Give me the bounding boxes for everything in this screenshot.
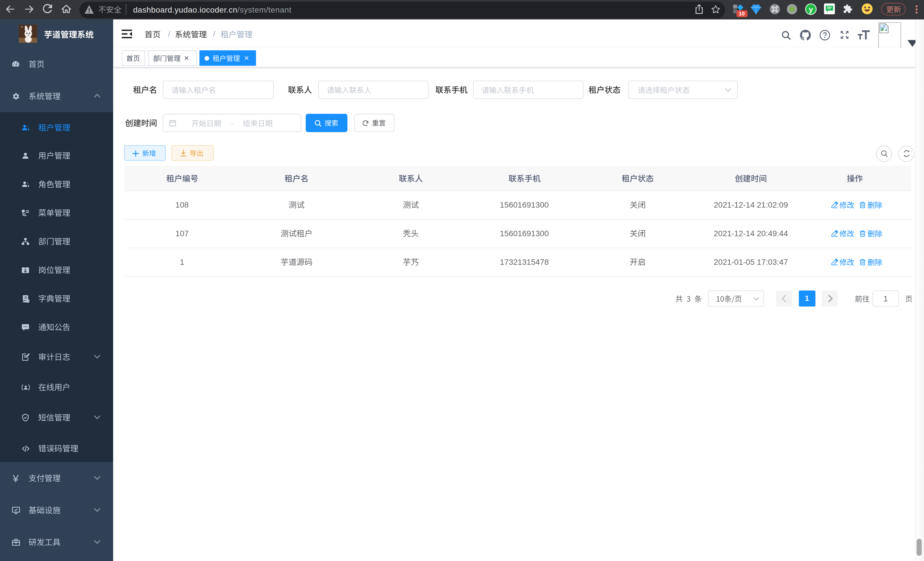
- svg-text:y: y: [809, 5, 813, 14]
